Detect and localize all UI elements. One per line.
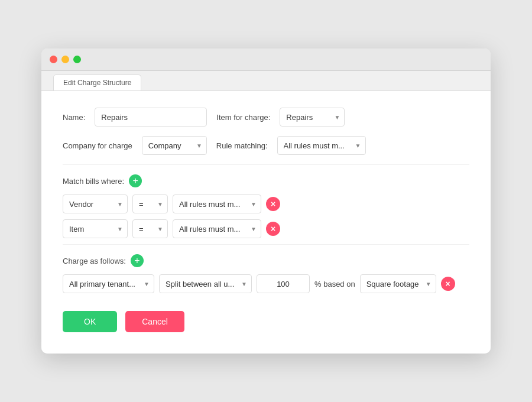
button-row: OK Cancel [63,311,469,332]
item-for-charge-wrapper: Repairs ▼ [280,108,345,127]
name-label: Name: [63,113,85,122]
primary-tenant-wrapper: All primary tenant... ▼ [63,274,154,293]
company-select[interactable]: Company [142,136,207,155]
company-wrapper: Company ▼ [142,136,207,155]
tab-bar: Edit Charge Structure [41,71,491,90]
company-row: Company for charge Company ▼ Rule matchi… [63,136,469,155]
vendor-op-select[interactable]: = [132,194,168,213]
charge-row: All primary tenant... ▼ Split between al… [63,274,469,293]
item-field-wrapper: Item ▼ [63,219,128,238]
item-for-charge-label: Item for charge: [216,113,270,122]
vendor-field-select[interactable]: Vendor [63,194,128,213]
close-button[interactable] [50,56,57,63]
vendor-field-wrapper: Vendor ▼ [63,194,128,213]
remove-vendor-rule-button[interactable]: × [266,197,280,211]
item-rule-row: Item ▼ = ▼ All rules must m... ▼ × [63,219,469,238]
square-footage-select[interactable]: Square footage [360,274,436,293]
main-window: Edit Charge Structure Name: Item for cha… [41,48,491,354]
company-label: Company for charge [63,141,132,150]
minimize-button[interactable] [61,56,69,63]
content-area: Name: Item for charge: Repairs ▼ Company… [41,90,491,354]
percent-input[interactable] [257,274,310,293]
add-charge-button[interactable]: + [131,254,144,267]
item-op-select[interactable]: = [132,219,168,238]
item-for-charge-select[interactable]: Repairs [280,108,345,127]
name-input[interactable] [95,108,207,127]
ok-button[interactable]: OK [63,311,117,332]
divider-1 [63,164,469,165]
item-value-wrapper: All rules must m... ▼ [173,219,261,238]
cancel-button[interactable]: Cancel [125,311,184,332]
maximize-button[interactable] [73,56,81,63]
item-value-select[interactable]: All rules must m... [173,219,261,238]
vendor-value-wrapper: All rules must m... ▼ [173,194,261,213]
vendor-value-select[interactable]: All rules must m... [173,194,261,213]
square-footage-wrapper: Square footage ▼ [360,274,436,293]
rule-matching-select[interactable]: All rules must m... [277,136,366,155]
rule-matching-label: Rule matching: [216,141,268,150]
split-wrapper: Split between all u... ▼ [159,274,252,293]
divider-2 [63,244,469,245]
vendor-op-wrapper: = ▼ [132,194,168,213]
item-field-select[interactable]: Item [63,219,128,238]
titlebar [41,48,491,71]
primary-tenant-select[interactable]: All primary tenant... [63,274,154,293]
remove-item-rule-button[interactable]: × [266,222,280,236]
name-row: Name: Item for charge: Repairs ▼ [63,108,469,127]
match-bills-label: Match bills where: [63,177,124,186]
rule-matching-wrapper: All rules must m... ▼ [277,136,366,155]
tab-label: Edit Charge Structure [63,79,131,87]
add-match-bill-button[interactable]: + [129,174,142,187]
vendor-rule-row: Vendor ▼ = ▼ All rules must m... ▼ × [63,194,469,213]
item-op-wrapper: = ▼ [132,219,168,238]
based-on-label: % based on [314,280,355,288]
split-select[interactable]: Split between all u... [159,274,252,293]
charge-as-label: Charge as follows: [63,257,126,265]
remove-charge-button[interactable]: × [441,277,455,291]
match-bills-section: Match bills where: + [63,174,469,187]
charge-follows-section: Charge as follows: + [63,254,469,267]
tab-edit-charge-structure[interactable]: Edit Charge Structure [53,74,141,90]
